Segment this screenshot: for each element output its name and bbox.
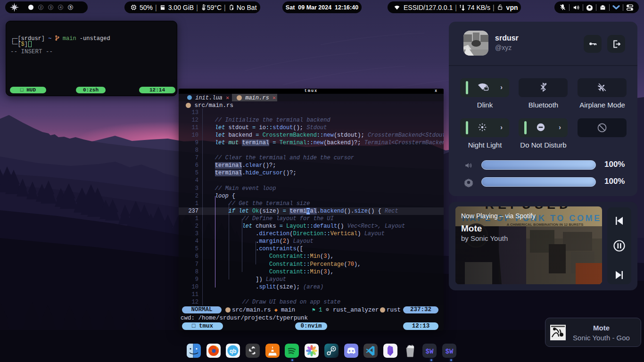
svg-text:qb: qb [230, 348, 237, 354]
svg-text:$W: $W [446, 348, 454, 355]
svg-text:$W: $W [426, 348, 434, 355]
